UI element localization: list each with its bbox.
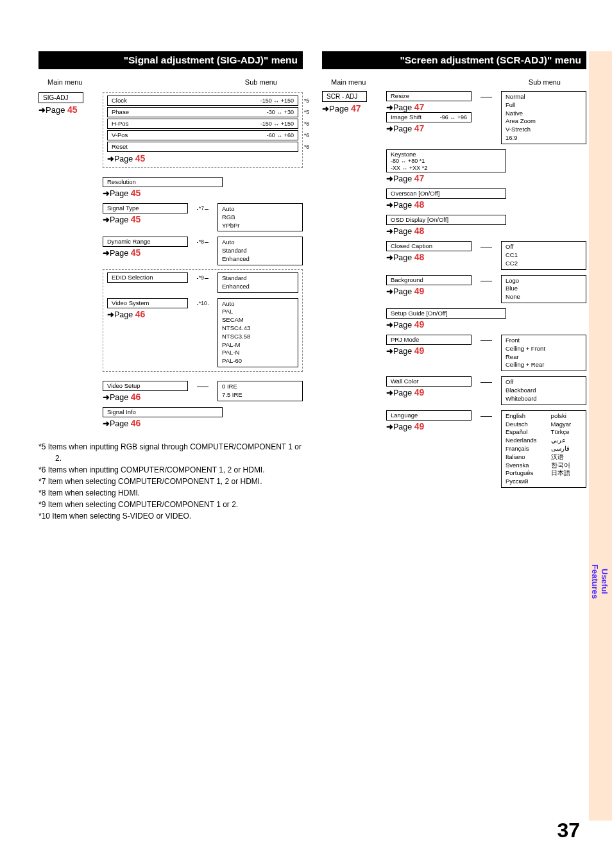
footnote: *10 Item when selecting S-VIDEO or VIDEO… <box>38 510 303 522</box>
wall-item: Wall Color <box>386 376 472 387</box>
footnote: *6 Items when inputting COMPUTER/COMPONE… <box>38 464 303 476</box>
footnotes: *5 Items when inputting RGB signal throu… <box>38 441 303 522</box>
cc-item: Closed Caption <box>386 241 472 251</box>
note: *10 <box>198 300 208 306</box>
wall-page-link[interactable]: ➜Page 49 <box>386 387 472 397</box>
dynamic-range-options: AutoStandardEnhanced <box>217 237 303 265</box>
tab-label: UsefulFeatures <box>590 564 609 599</box>
note: *7 <box>198 205 205 212</box>
param-item: Phase-30 ↔ +30*5 <box>107 107 298 117</box>
prj-options: FrontCeiling + FrontRearCeiling + Rear <box>501 335 586 371</box>
signal-info-page-link[interactable]: ➜Page 46 <box>103 418 303 428</box>
video-setup-item: Video Setup <box>103 381 188 391</box>
arrow-icon: ➜ <box>386 201 393 210</box>
params-page-link[interactable]: ➜Page 45 <box>107 153 298 163</box>
sub-menu-label: Sub menu <box>245 78 277 86</box>
root-page-link[interactable]: ➜Page 45 <box>38 104 94 115</box>
root-sig-adj: SIG-ADJ <box>38 92 83 103</box>
setup-guide-item: Setup Guide [On/Off] <box>386 308 506 319</box>
main-menu-label: Main menu <box>47 78 82 86</box>
param-item: V-Pos-60 ↔ +60*6 <box>107 130 298 140</box>
arrow-icon: ➜ <box>386 227 393 236</box>
scr-adj-column: "Screen adjustment (SCR-ADJ)" menu Main … <box>322 51 586 522</box>
video-system-item: Video System <box>107 298 188 308</box>
arrow-icon: ➜ <box>107 310 114 319</box>
sig-adj-header: "Signal adjustment (SIG-ADJ)" menu <box>38 51 303 69</box>
arrow-icon: ➜ <box>103 189 110 198</box>
arrow-icon: ➜ <box>386 321 393 330</box>
video-setup-options: 0 IRE7.5 IRE <box>217 381 303 401</box>
arrow-icon: ➜ <box>107 154 114 163</box>
image-shift-item: Image Shift-96 ↔ +96 <box>386 112 472 122</box>
image-shift-page-link[interactable]: ➜Page 47 <box>386 123 472 133</box>
note: *8 <box>198 238 205 245</box>
page-number: 37 <box>557 819 580 842</box>
sub-menu-label: Sub menu <box>529 78 561 86</box>
note: *9 <box>198 274 205 281</box>
edid-item: EDID Selection <box>107 272 188 283</box>
root-scr-adj: SCR - ADJ <box>322 91 367 102</box>
note: *6 <box>304 132 309 138</box>
note: *5 <box>304 109 309 115</box>
setup-guide-page-link[interactable]: ➜Page 49 <box>386 319 586 330</box>
signal-info-item: Signal Info <box>103 407 223 417</box>
params-group: Clock-150 ↔ +150*5Phase-30 ↔ +30*5H-Pos-… <box>103 92 303 168</box>
video-setup-page-link[interactable]: ➜Page 46 <box>103 392 188 402</box>
keystone-page-link[interactable]: ➜Page 47 <box>386 173 586 183</box>
signal-type-page-link[interactable]: ➜Page 45 <box>103 214 188 224</box>
resize-item: Resize <box>386 91 472 101</box>
overscan-page-link[interactable]: ➜Page 48 <box>386 199 586 210</box>
arrow-icon: ➜ <box>386 287 393 296</box>
arrow-icon: ➜ <box>386 347 393 356</box>
background-page-link[interactable]: ➜Page 49 <box>386 286 472 296</box>
prj-item: PRJ Mode <box>386 335 472 345</box>
arrow-icon: ➜ <box>386 422 393 431</box>
osd-page-link[interactable]: ➜Page 48 <box>386 226 586 236</box>
note: *6 <box>304 144 309 150</box>
dynamic-range-item: Dynamic Range <box>103 237 188 247</box>
language-options: EnglishDeutschEspañolNederlandsFrançaisI… <box>501 410 586 488</box>
language-item: Language <box>386 410 472 421</box>
scr-adj-header: "Screen adjustment (SCR-ADJ)" menu <box>322 51 586 69</box>
note: *5 <box>304 97 309 104</box>
root-page-link[interactable]: ➜Page 47 <box>322 103 377 113</box>
overscan-item: Overscan [On/Off] <box>386 188 506 199</box>
cc-options: OffCC1CC2 <box>501 241 586 269</box>
param-item: H-Pos-150 ↔ +150*6 <box>107 119 298 129</box>
osd-item: OSD Display [On/Off] <box>386 215 506 225</box>
param-item: Clock-150 ↔ +150*5 <box>107 96 298 106</box>
footnote: *8 Item when selecting HDMI. <box>38 487 303 499</box>
param-item: Reset*6 <box>107 142 298 152</box>
keystone-item: Keystone -80 ↔ +80 *1 -XX ↔ +XX *2 <box>386 149 506 172</box>
resize-page-link[interactable]: ➜Page 47 <box>386 102 472 112</box>
edid-options: StandardEnhanced <box>217 272 298 293</box>
background-options: LogoBlueNone <box>501 275 586 303</box>
main-menu-label: Main menu <box>331 78 366 86</box>
resize-options: NormalFullNativeArea ZoomV-Stretch16:9 <box>501 91 586 144</box>
language-page-link[interactable]: ➜Page 49 <box>386 421 472 431</box>
note: *6 <box>304 121 309 127</box>
arrow-icon: ➜ <box>386 103 393 112</box>
arrow-icon: ➜ <box>386 174 393 183</box>
arrow-icon: ➜ <box>386 388 393 397</box>
arrow-icon: ➜ <box>103 249 110 258</box>
wall-options: OffBlackboardWhiteboard <box>501 376 586 405</box>
arrow-icon: ➜ <box>103 215 110 224</box>
arrow-icon: ➜ <box>386 124 393 133</box>
edid-video-group: EDID Selection *9 StandardEnhanced Video… <box>103 269 303 372</box>
resolution-page-link[interactable]: ➜Page 45 <box>103 188 303 198</box>
footnote: *7 Item when selecting COMPUTER/COMPONEN… <box>38 476 303 487</box>
background-item: Background <box>386 275 472 285</box>
footnote: *5 Items when inputting RGB signal throu… <box>38 441 303 464</box>
prj-page-link[interactable]: ➜Page 49 <box>386 346 472 356</box>
signal-type-item: Signal Type <box>103 203 188 213</box>
arrow-icon: ➜ <box>103 393 110 402</box>
arrow-icon: ➜ <box>322 104 329 113</box>
dynamic-range-page-link[interactable]: ➜Page 45 <box>103 247 188 258</box>
cc-page-link[interactable]: ➜Page 48 <box>386 252 472 262</box>
video-system-options: AutoPALSECAMNTSC4.43NTSC3.58PAL-MPAL-NPA… <box>217 298 298 368</box>
arrow-icon: ➜ <box>38 105 46 115</box>
resolution-item: Resolution <box>103 177 223 187</box>
arrow-icon: ➜ <box>103 419 110 428</box>
video-system-page-link[interactable]: ➜Page 46 <box>107 309 188 319</box>
